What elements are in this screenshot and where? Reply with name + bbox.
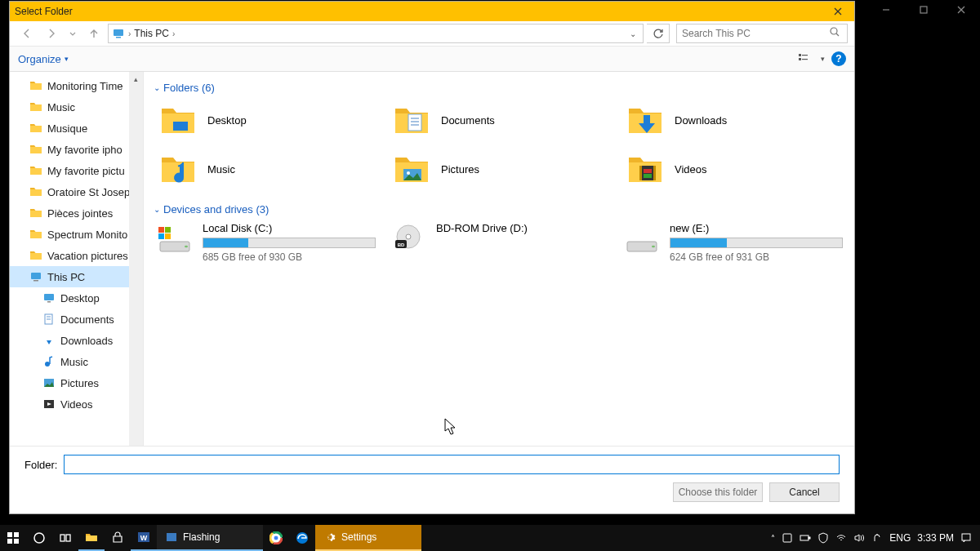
nav-forward-button[interactable] xyxy=(41,23,62,44)
tree-item-documents[interactable]: Documents xyxy=(10,309,143,330)
tray-overflow-icon[interactable]: ˄ xyxy=(771,534,775,543)
tree-item-spectrum-monito[interactable]: Spectrum Monito xyxy=(10,224,143,245)
chevron-down-icon[interactable]: ▾ xyxy=(821,55,825,63)
folder-tree[interactable]: Monitoring TimeMusicMusiqueMy favorite i… xyxy=(10,72,144,446)
volume-icon[interactable] xyxy=(853,532,865,544)
search-box[interactable] xyxy=(676,24,848,43)
scroll-up-icon[interactable]: ▴ xyxy=(129,72,143,86)
taskbar-app-settings[interactable]: Settings xyxy=(315,525,421,551)
folder-tile-label: Documents xyxy=(441,114,495,127)
folder-tile-pictures[interactable]: Pictures xyxy=(387,148,611,190)
drive-tile-new-e-[interactable]: new (E:)624 GB free of 931 GB xyxy=(621,220,844,264)
drive-tile-bd-rom-drive-d-[interactable]: BDBD-ROM Drive (D:) xyxy=(387,220,611,264)
refresh-button[interactable] xyxy=(647,24,670,43)
tree-item-my-favorite-ipho[interactable]: My favorite ipho xyxy=(10,139,143,160)
app-close-button[interactable] xyxy=(942,0,980,20)
tree-item-videos[interactable]: Videos xyxy=(10,393,143,415)
edge-button[interactable] xyxy=(289,525,315,551)
documents-icon xyxy=(42,313,56,326)
nav-recent-dropdown[interactable] xyxy=(65,23,80,44)
tree-item-pictures[interactable]: Pictures xyxy=(10,372,143,393)
videos-icon xyxy=(42,398,56,411)
folder-tile-documents[interactable]: Documents xyxy=(387,99,611,141)
tree-item-monitoring-time[interactable]: Monitoring Time xyxy=(10,75,143,96)
system-tray[interactable]: ˄ ENG 3:33 PM xyxy=(763,525,980,551)
tree-item-label: Desktop xyxy=(60,292,100,304)
drives-group-header[interactable]: ⌄ Devices and drives (3) xyxy=(154,203,844,216)
defender-icon[interactable] xyxy=(817,532,829,544)
chrome-button[interactable] xyxy=(263,525,289,551)
svg-rect-42 xyxy=(165,233,171,239)
drive-tile-local-disk-c-[interactable]: Local Disk (C:)685 GB free of 930 GB xyxy=(154,220,377,264)
folder-desktop-icon xyxy=(158,100,198,140)
drive-label: Local Disk (C:) xyxy=(203,222,376,234)
folder-tile-music[interactable]: Music xyxy=(154,148,377,190)
folder-app-icon xyxy=(165,531,178,544)
tree-item-this-pc[interactable]: This PC xyxy=(10,266,143,287)
breadcrumb-location[interactable]: This PC xyxy=(134,28,169,39)
tray-language[interactable]: ENG xyxy=(889,532,911,544)
organize-menu[interactable]: Organize ▾ xyxy=(18,53,69,65)
address-bar[interactable]: › This PC › ⌄ xyxy=(108,24,644,43)
store-button[interactable] xyxy=(105,525,131,551)
tree-item-my-favorite-pictu[interactable]: My favorite pictu xyxy=(10,160,143,181)
tree-item-vacation-pictures[interactable]: Vacation pictures xyxy=(10,245,143,266)
tree-item-oratoire-st-josep[interactable]: Oratoire St Josep xyxy=(10,181,143,202)
pictures-icon xyxy=(42,376,56,389)
file-explorer-button[interactable] xyxy=(78,525,105,551)
tree-item-music[interactable]: Music xyxy=(10,351,143,372)
tree-item-label: Monitoring Time xyxy=(47,80,122,92)
drive-label: new (E:) xyxy=(670,222,843,234)
battery-icon[interactable] xyxy=(800,532,811,544)
tablet-mode-icon[interactable] xyxy=(782,532,793,544)
tree-scrollbar[interactable]: ▴ xyxy=(129,72,143,446)
app-minimize-button[interactable] xyxy=(867,0,905,20)
taskbar-app-flashing[interactable]: Flashing xyxy=(157,525,263,551)
folder-name-input[interactable] xyxy=(64,455,840,474)
folder-icon xyxy=(29,185,42,198)
cancel-button[interactable]: Cancel xyxy=(769,482,840,502)
svg-point-53 xyxy=(34,533,44,543)
word-button[interactable]: W xyxy=(131,525,157,551)
svg-rect-40 xyxy=(165,227,171,233)
view-options-button[interactable] xyxy=(793,48,814,69)
tray-clock[interactable]: 3:33 PM xyxy=(917,532,954,544)
dialog-title: Select Folder xyxy=(15,6,822,17)
chevron-down-icon: ⌄ xyxy=(154,83,160,92)
help-button[interactable]: ? xyxy=(831,51,846,66)
folder-tile-downloads[interactable]: Downloads xyxy=(621,99,844,141)
tree-item-music[interactable]: Music xyxy=(10,96,143,118)
drive-capacity-bar xyxy=(203,238,376,248)
music-icon xyxy=(42,355,56,368)
action-center-icon[interactable] xyxy=(960,532,972,544)
content-pane[interactable]: ⌄ Folders (6) DesktopDocumentsDownloadsM… xyxy=(144,72,854,446)
taskbar-app-label: Flashing xyxy=(183,531,220,543)
dialog-close-button[interactable] xyxy=(822,2,854,21)
address-dropdown-button[interactable]: ⌄ xyxy=(626,29,639,38)
folders-group-header[interactable]: ⌄ Folders (6) xyxy=(154,82,844,94)
folder-label: Folder: xyxy=(24,459,57,471)
input-method-icon[interactable] xyxy=(871,532,883,544)
tree-item-downloads[interactable]: Downloads xyxy=(10,330,143,351)
choose-folder-button[interactable]: Choose this folder xyxy=(673,482,763,502)
folder-tile-videos[interactable]: Videos xyxy=(621,148,844,190)
app-maximize-button[interactable] xyxy=(905,0,942,20)
tree-item-pi-ces-jointes[interactable]: Pièces jointes xyxy=(10,202,143,224)
dialog-titlebar[interactable]: Select Folder xyxy=(10,2,854,21)
tree-item-desktop[interactable]: Desktop xyxy=(10,287,143,309)
drive-free-text: 685 GB free of 930 GB xyxy=(203,251,376,263)
svg-rect-36 xyxy=(644,174,652,178)
tree-item-label: Documents xyxy=(60,313,114,326)
search-input[interactable] xyxy=(682,28,829,39)
wifi-icon[interactable] xyxy=(835,532,847,544)
nav-up-button[interactable] xyxy=(83,23,105,44)
task-view-button[interactable] xyxy=(52,525,78,551)
nav-back-button[interactable] xyxy=(16,23,38,44)
folder-tile-desktop[interactable]: Desktop xyxy=(154,99,377,141)
chevron-right-icon[interactable]: › xyxy=(172,29,175,38)
taskbar[interactable]: W Flashing Settings ˄ ENG 3:33 PM xyxy=(0,525,980,551)
tree-item-musique[interactable]: Musique xyxy=(10,118,143,139)
svg-rect-67 xyxy=(800,535,808,540)
start-button[interactable] xyxy=(0,525,26,551)
cortana-button[interactable] xyxy=(26,525,52,551)
